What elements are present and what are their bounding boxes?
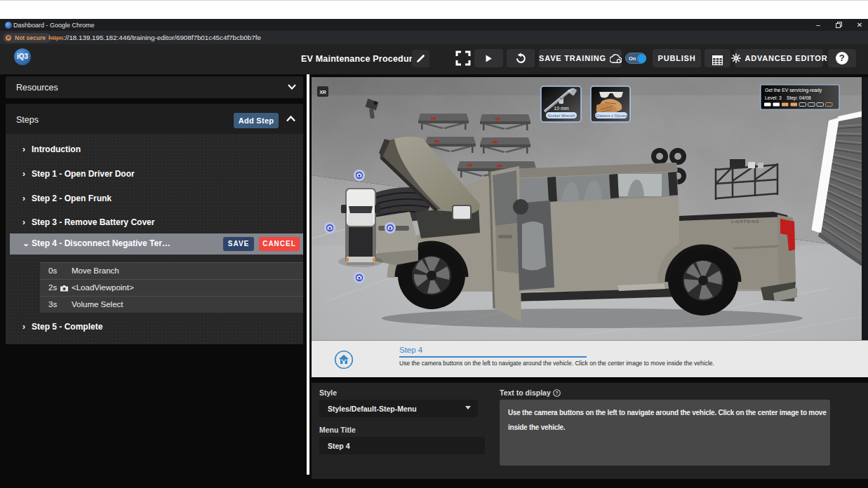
svg-text:Get the EV servicing-ready: Get the EV servicing-ready: [765, 88, 822, 93]
svg-text:Step: 04/08: Step: 04/08: [787, 95, 811, 101]
svg-text:Socket Wrench: Socket Wrench: [547, 114, 575, 118]
svg-text:Glasses x Gloves: Glasses x Gloves: [595, 114, 627, 118]
svg-text:LIGHTNING: LIGHTNING: [731, 219, 760, 224]
svg-text:?: ?: [555, 390, 559, 396]
svg-text:XR: XR: [319, 90, 326, 95]
svg-text:10 mm: 10 mm: [554, 106, 569, 111]
svg-text:Level: 3: Level: 3: [765, 95, 782, 100]
